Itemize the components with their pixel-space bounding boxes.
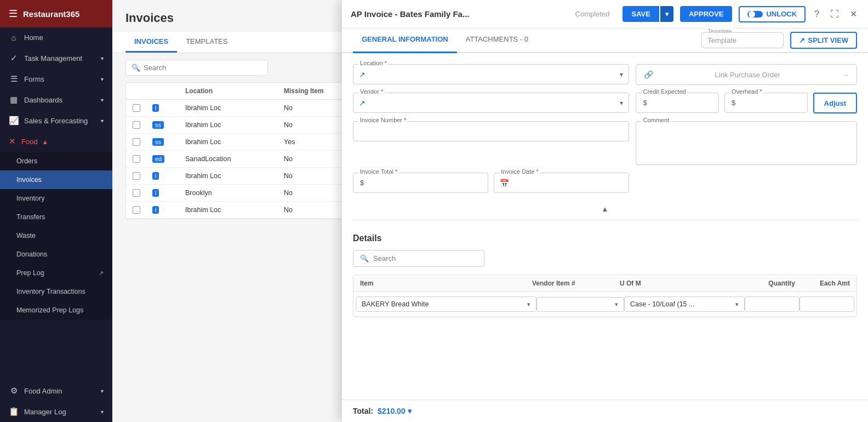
search-icon: 🔍 — [360, 254, 369, 263]
sidebar-item-label: Sales & Forecasting — [24, 117, 95, 125]
row-checkbox[interactable] — [133, 121, 140, 129]
sidebar-item-label: Manager Log — [24, 408, 95, 416]
tab-attachments[interactable]: ATTACHMENTS - 0 — [457, 28, 537, 53]
help-icon[interactable]: ? — [812, 7, 821, 21]
split-view-label: SPLIT VIEW — [808, 36, 848, 44]
detail-each-amt-cell: 12.000 — [800, 296, 854, 312]
sidebar-item-prep-log[interactable]: Prep Log ↗ — [0, 264, 112, 282]
sidebar-sub-label: Inventory — [16, 195, 104, 202]
details-table: Item Vendor Item # U Of M Quantity Each … — [353, 275, 857, 317]
save-button[interactable]: SAVE — [623, 6, 659, 22]
food-submenu: Orders Invoices Inventory Transfers Wast… — [0, 152, 112, 320]
chevron-down-icon: ▾ — [101, 55, 104, 61]
row-location: SanadLocation — [185, 155, 284, 163]
sidebar-item-inventory-transactions[interactable]: Inventory Transactions — [0, 282, 112, 301]
vendor-dropdown-arrow[interactable]: ▾ — [620, 99, 623, 107]
sidebar-item-memorized-prep-logs[interactable]: Memorized Prep Logs — [0, 301, 112, 320]
location-input-wrap: ↗ Hamburger Hunters ▾ — [353, 64, 629, 84]
sidebar-item-inventory[interactable]: Inventory — [0, 189, 112, 208]
tab-templates[interactable]: TEMPLATES — [177, 32, 236, 53]
row-checkbox[interactable] — [133, 138, 140, 146]
detail-uom-cell: Case - 10/Loaf (15 ... ▾ — [624, 296, 745, 312]
link-purchase-order[interactable]: 🔗 Link Purchase Order → — [636, 64, 857, 85]
vendor-item-dropdown[interactable]: ▾ — [536, 297, 624, 312]
collapse-button[interactable]: ▲ — [353, 201, 857, 218]
row-checkbox[interactable] — [133, 155, 140, 163]
comment-field: Comment — [636, 121, 857, 165]
item-dropdown[interactable]: BAKERY Bread White ▾ — [356, 296, 536, 312]
split-view-icon: ↗ — [799, 36, 805, 44]
row-checkbox[interactable] — [133, 172, 140, 180]
vendor-input-wrap: ↗ Bates Family Farms ▾ — [353, 93, 629, 113]
split-view-button[interactable]: ↗ SPLIT VIEW — [790, 32, 857, 49]
row-location: Ibrahim Loc — [185, 121, 284, 129]
row-checkbox[interactable] — [133, 104, 140, 112]
fullscreen-icon[interactable]: ⛶ — [828, 7, 841, 21]
invoice-number-label: Invoice Number * — [358, 117, 408, 123]
sidebar-item-food-admin[interactable]: ⚙ Food Admin ▾ — [0, 380, 112, 401]
location-input[interactable]: Hamburger Hunters — [370, 65, 620, 84]
sidebar-header: ☰ Restaurant365 — [0, 0, 112, 27]
sidebar-item-invoices[interactable]: Invoices — [0, 170, 112, 189]
sidebar-item-waste[interactable]: Waste — [0, 226, 112, 245]
sidebar-item-orders[interactable]: Orders — [0, 152, 112, 170]
external-link-icon: ↗ — [99, 270, 104, 277]
row-checkbox[interactable] — [133, 206, 140, 214]
panel-tabs-bar: GENERAL INFORMATION ATTACHMENTS - 0 Temp… — [342, 28, 868, 53]
required-asterisk: * — [381, 88, 383, 95]
app-logo: Restaurant365 — [23, 9, 79, 19]
uom-dropdown[interactable]: Case - 10/Loaf (15 ... ▾ — [624, 296, 745, 312]
location-dropdown-arrow[interactable]: ▾ — [620, 71, 623, 78]
sidebar-item-manager-log[interactable]: 📋 Manager Log ▾ — [0, 401, 112, 422]
row-checkbox[interactable] — [133, 189, 140, 197]
invoice-date-input[interactable]: 07/04/2024 — [513, 173, 623, 192]
main-content: Invoices INVOICES TEMPLATES 🔍 Location M… — [112, 0, 868, 422]
sidebar-item-label: Task Management — [24, 54, 95, 62]
chevron-down-icon: ▾ — [101, 388, 104, 394]
sidebar-item-task-management[interactable]: ✓ Task Management ▾ — [0, 48, 112, 69]
each-amt-input[interactable]: 12.000 — [800, 296, 854, 312]
total-dropdown-arrow[interactable]: ▾ — [408, 407, 412, 415]
adjust-button[interactable]: Adjust — [813, 93, 857, 113]
approve-button[interactable]: APPROVE — [680, 6, 733, 22]
tab-invoices[interactable]: INVOICES — [125, 32, 177, 53]
sidebar-item-home[interactable]: ⌂ Home — [0, 27, 112, 48]
close-icon[interactable]: ✕ — [848, 7, 859, 21]
sidebar-item-dashboards[interactable]: ▦ Dashboards ▾ — [0, 89, 112, 110]
invoice-date-label: Invoice Date * — [499, 168, 540, 175]
unlock-button[interactable]: UNLOCK — [739, 6, 806, 22]
row-location: Ibrahim Loc — [185, 206, 284, 214]
vendor-input[interactable]: Bates Family Farms — [370, 93, 620, 112]
details-search-input[interactable] — [373, 254, 477, 263]
col-each-amt: Each Amt — [795, 280, 850, 287]
template-select[interactable]: Template — [701, 32, 784, 48]
svg-point-1 — [749, 11, 755, 18]
comment-textarea[interactable] — [636, 121, 857, 165]
tab-general-information[interactable]: GENERAL INFORMATION — [353, 28, 457, 53]
sidebar-item-sales-forecasting[interactable]: 📈 Sales & Forecasting ▾ — [0, 110, 112, 131]
location-label: Location * — [358, 60, 389, 66]
required-asterisk: * — [760, 88, 762, 95]
template-and-split: Template Template ↗ SPLIT VIEW — [701, 28, 857, 52]
row-badge: ss — [152, 121, 164, 129]
overhead-input[interactable]: 0.00 — [739, 93, 807, 112]
details-table-header: Item Vendor Item # U Of M Quantity Each … — [353, 275, 856, 292]
total-amount[interactable]: $210.00 ▾ — [378, 407, 412, 415]
invoice-number-input[interactable]: 102030 — [353, 121, 629, 141]
required-asterisk: * — [385, 60, 387, 66]
quantity-input[interactable]: 10.000 — [745, 296, 800, 312]
required-asterisk: * — [404, 117, 406, 123]
dollar-sign: $ — [636, 93, 650, 112]
row-badge: ss — [152, 138, 164, 146]
sidebar-item-donations[interactable]: Donations — [0, 245, 112, 264]
menu-icon[interactable]: ☰ — [9, 8, 18, 20]
sidebar-item-forms[interactable]: ☰ Forms ▾ — [0, 69, 112, 89]
item-value: BAKERY Bread White — [362, 300, 429, 308]
sidebar-item-label: Food — [21, 138, 38, 146]
credit-expected-input[interactable]: 0.00 — [650, 93, 718, 112]
sidebar-item-transfers[interactable]: Transfers — [0, 208, 112, 226]
sidebar-item-food[interactable]: ✕ Food ▴ — [0, 131, 112, 152]
save-dropdown-arrow[interactable]: ▾ — [660, 6, 673, 22]
search-input[interactable] — [144, 64, 262, 72]
invoice-total-input[interactable]: 210.00 — [367, 173, 488, 192]
